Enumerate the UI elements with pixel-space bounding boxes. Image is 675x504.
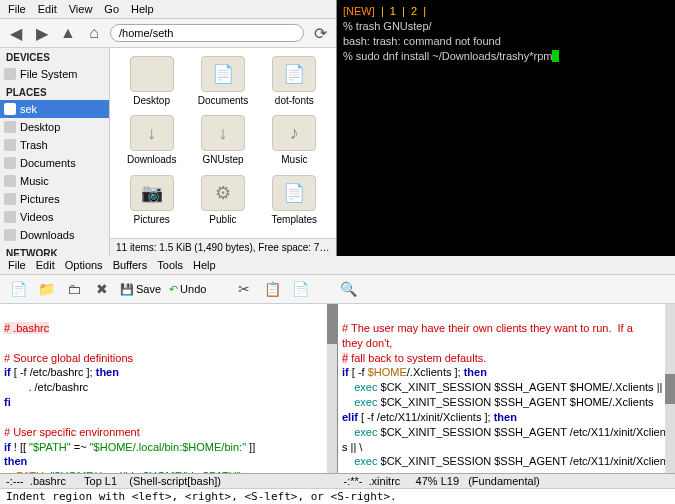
folder-label: Downloads xyxy=(127,154,176,165)
undo-icon: ↶ xyxy=(169,283,178,296)
cursor-icon xyxy=(552,50,559,62)
sidebar-hdr-devices: DEVICES xyxy=(0,48,109,65)
scrollbar[interactable] xyxy=(665,304,675,473)
folder-icon: 📷 xyxy=(130,175,174,211)
terminal[interactable]: [NEW] | 1 | 2 | % trash GNUstep/ bash: t… xyxy=(337,0,675,256)
ed-menubar: File Edit Options Buffers Tools Help xyxy=(0,256,675,275)
ed-minibuffer[interactable]: Indent region with <left>, <right>, <S-l… xyxy=(0,488,675,504)
term-new-tag: [NEW] xyxy=(343,5,375,17)
ed-menu-options[interactable]: Options xyxy=(65,259,103,271)
fm-menubar: File Edit View Go Help xyxy=(0,0,336,19)
folder-pictures[interactable]: 📷Pictures xyxy=(118,175,185,230)
fm-sidebar: DEVICES File System PLACES sek Desktop T… xyxy=(0,48,110,256)
folder-icon: ↓ xyxy=(130,115,174,151)
ed-left-pane[interactable]: # .bashrc # Source global definitions if… xyxy=(0,304,338,473)
sidebar-item-trash[interactable]: Trash xyxy=(0,136,109,154)
folder-icon: 📄 xyxy=(272,56,316,92)
sidebar-item-documents[interactable]: Documents xyxy=(0,154,109,172)
folder-icon: 📄 xyxy=(201,56,245,92)
copy-icon[interactable]: 📋 xyxy=(262,279,282,299)
close-icon[interactable]: ✖ xyxy=(92,279,112,299)
fm-menu-go[interactable]: Go xyxy=(104,3,119,15)
folder-label: Public xyxy=(209,214,236,225)
folder-label: GNUstep xyxy=(202,154,243,165)
paste-icon[interactable]: 📄 xyxy=(290,279,310,299)
term-line: % trash GNUstep/ xyxy=(343,19,669,34)
folder-music[interactable]: ♪Music xyxy=(261,115,328,170)
sidebar-item-downloads[interactable]: Downloads xyxy=(0,226,109,244)
term-tabs: | 1 | 2 | xyxy=(375,5,426,17)
fm-menu-edit[interactable]: Edit xyxy=(38,3,57,15)
up-button[interactable]: ▲ xyxy=(58,23,78,43)
forward-button[interactable]: ▶ xyxy=(32,23,52,43)
folder-downloads[interactable]: ↓Downloads xyxy=(118,115,185,170)
folder-public[interactable]: ⚙Public xyxy=(189,175,256,230)
reload-button[interactable]: ⟳ xyxy=(310,23,330,43)
ed-right-pane[interactable]: # The user may have their own clients th… xyxy=(338,304,675,473)
save-button[interactable]: 💾Save xyxy=(120,283,161,296)
sidebar-item-home[interactable]: sek xyxy=(0,100,109,118)
term-line: % sudo dnf install ~/Downloads/trashy*rp… xyxy=(343,49,669,64)
file-manager: File Edit View Go Help ◀ ▶ ▲ ⌂ /home/set… xyxy=(0,0,337,256)
fm-menu-help[interactable]: Help xyxy=(131,3,154,15)
new-file-icon[interactable]: 📄 xyxy=(8,279,28,299)
cut-icon[interactable]: ✂ xyxy=(234,279,254,299)
ed-menu-help[interactable]: Help xyxy=(193,259,216,271)
folder-icon: ↓ xyxy=(201,115,245,151)
back-button[interactable]: ◀ xyxy=(6,23,26,43)
fm-menu-view[interactable]: View xyxy=(69,3,93,15)
sidebar-item-desktop[interactable]: Desktop xyxy=(0,118,109,136)
ed-menu-tools[interactable]: Tools xyxy=(157,259,183,271)
folder-desktop[interactable]: Desktop xyxy=(118,56,185,111)
save-icon: 💾 xyxy=(120,283,134,296)
folder-templates[interactable]: 📄Templates xyxy=(261,175,328,230)
folder-icon[interactable]: 🗀 xyxy=(64,279,84,299)
sidebar-hdr-network: NETWORK xyxy=(0,244,109,256)
fm-statusbar: 11 items: 1.5 KiB (1,490 bytes), Free sp… xyxy=(110,238,336,256)
ed-menu-edit[interactable]: Edit xyxy=(36,259,55,271)
folder-label: Music xyxy=(281,154,307,165)
sidebar-item-videos[interactable]: Videos xyxy=(0,208,109,226)
sidebar-hdr-places: PLACES xyxy=(0,83,109,100)
fm-icon-grid: Desktop 📄Documents 📄dot-fonts ↓Downloads… xyxy=(110,48,336,238)
folder-icon: 📄 xyxy=(272,175,316,211)
undo-button[interactable]: ↶Undo xyxy=(169,283,206,296)
fm-toolbar: ◀ ▶ ▲ ⌂ /home/seth ⟳ xyxy=(0,19,336,48)
sidebar-item-music[interactable]: Music xyxy=(0,172,109,190)
home-button[interactable]: ⌂ xyxy=(84,23,104,43)
folder-icon: ⚙ xyxy=(201,175,245,211)
folder-label: Desktop xyxy=(133,95,170,106)
term-line: bash: trash: command not found xyxy=(343,34,669,49)
editor: File Edit Options Buffers Tools Help 📄 📁… xyxy=(0,256,675,504)
folder-label: Pictures xyxy=(134,214,170,225)
folder-icon: ♪ xyxy=(272,115,316,151)
folder-label: Documents xyxy=(198,95,249,106)
open-icon[interactable]: 📁 xyxy=(36,279,56,299)
sidebar-item-filesystem[interactable]: File System xyxy=(0,65,109,83)
ed-menu-buffers[interactable]: Buffers xyxy=(113,259,148,271)
folder-label: Templates xyxy=(272,214,318,225)
sidebar-item-pictures[interactable]: Pictures xyxy=(0,190,109,208)
fm-menu-file[interactable]: File xyxy=(8,3,26,15)
search-icon[interactable]: 🔍 xyxy=(338,279,358,299)
folder-label: dot-fonts xyxy=(275,95,314,106)
status-left: -:--- .bashrc Top L1 (Shell-script[bash]… xyxy=(0,474,338,488)
path-bar[interactable]: /home/seth xyxy=(110,24,304,42)
ed-menu-file[interactable]: File xyxy=(8,259,26,271)
ed-statusbar: -:--- .bashrc Top L1 (Shell-script[bash]… xyxy=(0,473,675,488)
status-right: -:**- .xinitrc 47% L19 (Fundamental) xyxy=(338,474,676,488)
folder-documents[interactable]: 📄Documents xyxy=(189,56,256,111)
folder-icon xyxy=(130,56,174,92)
folder-gnustep[interactable]: ↓GNUstep xyxy=(189,115,256,170)
scrollbar[interactable] xyxy=(327,304,337,473)
ed-toolbar: 📄 📁 🗀 ✖ 💾Save ↶Undo ✂ 📋 📄 🔍 xyxy=(0,275,675,304)
folder-dotfonts[interactable]: 📄dot-fonts xyxy=(261,56,328,111)
